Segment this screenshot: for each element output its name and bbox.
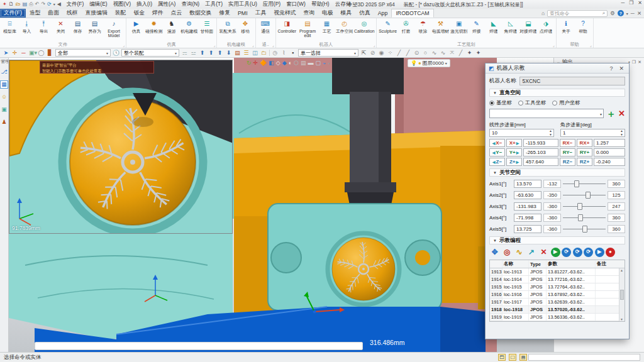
coordinate-dropdown[interactable]: ▾ — [489, 109, 604, 118]
clock-icon[interactable]: ◷ — [272, 50, 279, 56]
help-icon[interactable]: ? — [618, 10, 624, 16]
chart-filter-icon[interactable]: ▊ — [47, 50, 53, 56]
menu-属性(A)[interactable]: 属性(A) — [155, 1, 179, 8]
pin-4-icon[interactable]: ⬇ — [225, 50, 232, 56]
ribbon-item-移动[interactable]: ✥移动 — [237, 19, 254, 33]
snap-mid-icon[interactable]: ㅈ — [448, 50, 455, 56]
ribbon-item-对接焊缝[interactable]: ⬓对接焊缝 — [519, 19, 537, 33]
axis-slider[interactable] — [563, 180, 606, 188]
tab-电极[interactable]: 电极 — [318, 9, 337, 18]
snap-diag-icon[interactable]: ╱ — [457, 50, 464, 56]
tab-工具[interactable]: 工具 — [252, 9, 270, 18]
ribbon-item-模型库[interactable]: ⌸模型库 — [1, 19, 18, 33]
jog-RX−[interactable]: RX− — [560, 139, 575, 147]
assembly-tree-icon[interactable]: ▦ — [0, 80, 8, 89]
tab-数据交换[interactable]: 数据交换 — [186, 9, 215, 18]
panel-help-button[interactable]: ? — [608, 65, 614, 72]
rotate-view-icon[interactable]: ↻ — [247, 60, 252, 66]
menu-实用工具(U)[interactable]: 实用工具(U) — [226, 1, 260, 8]
value-RY−[interactable]: 0.000 — [594, 148, 625, 156]
shade-mode-icon[interactable]: ◐ — [289, 60, 292, 66]
tab-修复[interactable]: 修复 — [215, 9, 234, 18]
scroll-up-icon[interactable]: ▲ — [620, 268, 623, 272]
undo-icon[interactable]: ↶ — [35, 2, 40, 7]
tab-视觉样式[interactable]: 视觉样式 — [270, 9, 299, 18]
zoom-view-icon[interactable]: 🔶 — [260, 60, 267, 66]
move-handle-icon[interactable]: ✛ — [11, 50, 18, 56]
tab-点云[interactable]: 点云 — [167, 9, 186, 18]
delete-icon[interactable]: ✕ — [538, 247, 549, 257]
settings-gear-icon[interactable]: ⚙ — [610, 10, 615, 16]
step-run-icon[interactable]: ▶ — [551, 248, 560, 257]
open-file-icon[interactable]: 🗁 — [16, 2, 21, 7]
inset-view[interactable]: 最新中望“智云”平台 智能入门示教手册可单击此处查看 91.7839mm — [9, 60, 233, 234]
ribbon-item-喷涂[interactable]: ☂喷涂 — [414, 19, 431, 33]
new-file-icon[interactable]: 🗋 — [9, 2, 14, 7]
add-coordinate-button[interactable]: ＋ — [606, 109, 616, 118]
tab-焊件[interactable]: 焊件 — [148, 9, 167, 18]
ribbon-item-Calibration[interactable]: ◎Calibration — [353, 19, 375, 33]
group-expand-icon[interactable]: ⌟ — [123, 43, 125, 47]
menu-工具(T)[interactable]: 工具(T) — [203, 1, 226, 8]
snap-line2-icon[interactable]: ╱ — [404, 50, 411, 56]
menu-应用(P)[interactable]: 应用(P) — [260, 1, 283, 8]
tab-PMI[interactable]: PMI — [234, 9, 252, 18]
menu-插入(I)[interactable]: 插入(I) — [134, 1, 155, 8]
ribbon-item-Controller[interactable]: ◨Controller — [277, 19, 297, 33]
close-button[interactable]: ✕ — [638, 0, 642, 6]
view-dropdown-icon[interactable]: ▾ — [328, 62, 330, 65]
section-joint[interactable]: ▼ 关节空间 — [489, 168, 625, 177]
group-expand-icon[interactable]: ⌟ — [214, 43, 216, 47]
ribbon-item-关闭[interactable]: ✕关闭 — [52, 19, 69, 33]
ribbon-item-激光切割[interactable]: ▣激光切割 — [450, 19, 468, 33]
display-toggle-icon[interactable]: 🖵 — [509, 354, 516, 361]
pin-1-icon[interactable]: ⬆ — [199, 50, 206, 56]
assembly-dropdown[interactable]: 整个装配▾ — [121, 49, 179, 57]
section-cartesian[interactable]: ▼ 直角空间 — [489, 89, 625, 97]
menu-编辑(E)[interactable]: 编辑(E) — [87, 1, 110, 8]
table-row[interactable]: 1919loc-1919JPOS13.56336,-63.62.. — [490, 314, 625, 321]
col-header-参数[interactable]: 参数 — [547, 260, 596, 268]
print-icon[interactable]: ⎙ — [29, 2, 33, 7]
radio-工具坐标[interactable]: 工具坐标 — [518, 99, 546, 106]
axis-value-input[interactable]: -63.630 — [514, 191, 541, 199]
pan-view-icon[interactable]: ✛ — [253, 60, 258, 66]
filter-extra2-icon[interactable]: ✦ — [475, 50, 482, 56]
jog-X−[interactable]: ◀X− — [489, 139, 505, 147]
ribbon-item-关于[interactable]: ℹ关于 — [558, 19, 575, 33]
tab-曲面[interactable]: 曲面 — [44, 9, 63, 18]
value-X[interactable]: -115.933 — [523, 139, 558, 147]
table-row[interactable]: 1917loc-1917JPOS13.62639,-63.62.. — [490, 299, 625, 306]
table-row[interactable]: 1914loc-1914JPOS13.77216,-63.62.. — [490, 276, 625, 283]
value-RZ−[interactable]: -0.240 — [594, 158, 625, 166]
table-row[interactable]: 1915loc-1915JPOS13.72764,-63.62.. — [490, 283, 625, 291]
ribbon-item-机电建模[interactable]: ⚙机电建模 — [180, 19, 198, 33]
iso-view-cube-icon[interactable]: ◧ — [269, 60, 274, 66]
wireframe-mode-icon[interactable]: ⬡ — [294, 60, 299, 66]
teach-point-table[interactable]: 名称Type参数备注1913loc-1913JPOS13.81227,-63.6… — [489, 260, 625, 322]
ribbon-item-甘特图[interactable]: ☰甘特图 — [198, 19, 215, 33]
cycle-all-icon[interactable]: ⟳ — [573, 248, 582, 257]
tab-装配[interactable]: 装配 — [111, 9, 130, 18]
col-header-Type[interactable]: Type — [529, 260, 547, 268]
angular-step-input[interactable]: 1▲▼ — [560, 129, 625, 137]
ribbon-item-电弧增材[interactable]: ⚒电弧增材 — [431, 19, 450, 33]
layer-dropdown-icon[interactable]: ▾ — [445, 61, 447, 65]
snap-spline-icon[interactable]: ∿ — [440, 50, 447, 56]
pick-cursor-icon[interactable]: ➤ — [3, 50, 9, 56]
history-icon[interactable]: 🕓 — [113, 50, 119, 56]
axis-value-input[interactable]: -71.998 — [514, 214, 541, 222]
col-header-备注[interactable]: 备注 — [596, 260, 620, 268]
axis-slider-thumb[interactable] — [574, 180, 579, 187]
menu-文件(F)[interactable]: 文件(F) — [64, 1, 87, 8]
move-icon[interactable]: ✥ — [489, 247, 500, 257]
role-manager-icon[interactable]: ♟ — [0, 118, 8, 126]
jog-Y+[interactable]: Y+▶ — [506, 148, 522, 156]
circle-filter-icon[interactable]: ◯ — [38, 50, 45, 56]
col-header-名称[interactable]: 名称 — [502, 260, 529, 268]
stop-pick-icon[interactable]: ▪ — [289, 50, 296, 56]
axis-slider-thumb[interactable] — [578, 214, 583, 221]
robot-panel-titlebar[interactable]: ◩ 机器人示教 ? ✕ — [486, 63, 629, 74]
tab-模具[interactable]: 模具 — [337, 9, 356, 18]
ribbon-item-打磨[interactable]: ✇打磨 — [397, 19, 414, 33]
